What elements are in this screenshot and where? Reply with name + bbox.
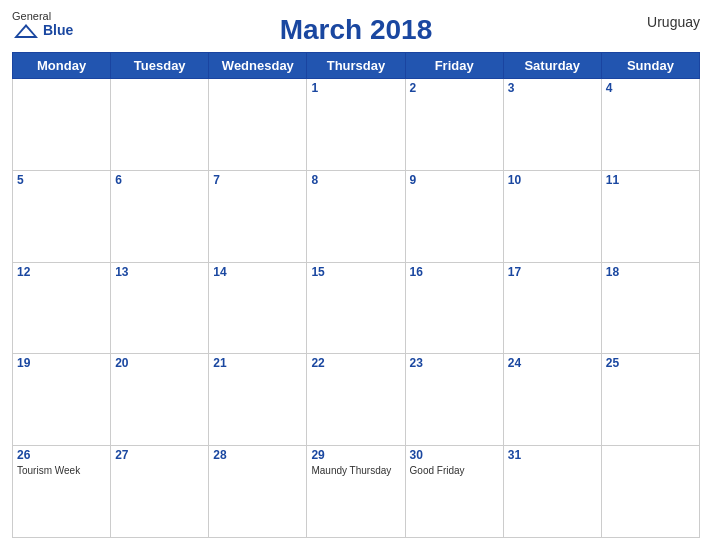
day-number: 10 [508,173,597,187]
cell-week5-day2: 27 [111,446,209,538]
week-row-4: 19202122232425 [13,354,700,446]
day-number: 13 [115,265,204,279]
day-number: 30 [410,448,499,462]
day-number: 29 [311,448,400,462]
calendar-container: General Blue March 2018 Uruguay Monday T… [0,0,712,550]
day-number: 2 [410,81,499,95]
header-monday: Monday [13,53,111,79]
cell-week5-day4: 29Maundy Thursday [307,446,405,538]
day-number: 26 [17,448,106,462]
cell-week4-day3: 21 [209,354,307,446]
header-wednesday: Wednesday [209,53,307,79]
cell-week2-day5: 9 [405,170,503,262]
cell-week4-day1: 19 [13,354,111,446]
day-number: 18 [606,265,695,279]
cell-week3-day7: 18 [601,262,699,354]
cell-week1-day7: 4 [601,79,699,171]
day-number: 23 [410,356,499,370]
day-number: 16 [410,265,499,279]
cell-week5-day6: 31 [503,446,601,538]
header-friday: Friday [405,53,503,79]
calendar-table: Monday Tuesday Wednesday Thursday Friday… [12,52,700,538]
header-thursday: Thursday [307,53,405,79]
logo-icon [12,22,40,40]
cell-week3-day4: 15 [307,262,405,354]
logo-general: General [12,10,73,22]
week-row-2: 567891011 [13,170,700,262]
day-number: 17 [508,265,597,279]
cell-week1-day4: 1 [307,79,405,171]
event-label: Tourism Week [17,464,106,477]
header-sunday: Sunday [601,53,699,79]
week-row-5: 26Tourism Week272829Maundy Thursday30Goo… [13,446,700,538]
cell-week5-day1: 26Tourism Week [13,446,111,538]
cell-week3-day3: 14 [209,262,307,354]
cell-week5-day3: 28 [209,446,307,538]
week-row-1: 1234 [13,79,700,171]
cell-week3-day5: 16 [405,262,503,354]
cell-week1-day2 [111,79,209,171]
header-tuesday: Tuesday [111,53,209,79]
cell-week4-day4: 22 [307,354,405,446]
cell-week4-day7: 25 [601,354,699,446]
day-number: 31 [508,448,597,462]
day-number: 24 [508,356,597,370]
day-number: 11 [606,173,695,187]
day-number: 12 [17,265,106,279]
cell-week2-day6: 10 [503,170,601,262]
cell-week1-day5: 2 [405,79,503,171]
day-number: 1 [311,81,400,95]
day-number: 14 [213,265,302,279]
cell-week1-day3 [209,79,307,171]
header-saturday: Saturday [503,53,601,79]
weekday-header-row: Monday Tuesday Wednesday Thursday Friday… [13,53,700,79]
cell-week1-day1 [13,79,111,171]
day-number: 7 [213,173,302,187]
day-number: 27 [115,448,204,462]
day-number: 19 [17,356,106,370]
cell-week5-day7 [601,446,699,538]
day-number: 5 [17,173,106,187]
day-number: 25 [606,356,695,370]
day-number: 3 [508,81,597,95]
cell-week2-day2: 6 [111,170,209,262]
week-row-3: 12131415161718 [13,262,700,354]
day-number: 22 [311,356,400,370]
day-number: 8 [311,173,400,187]
cell-week2-day4: 8 [307,170,405,262]
cell-week1-day6: 3 [503,79,601,171]
day-number: 9 [410,173,499,187]
cell-week4-day6: 24 [503,354,601,446]
day-number: 20 [115,356,204,370]
cell-week4-day2: 20 [111,354,209,446]
event-label: Maundy Thursday [311,464,400,477]
day-number: 21 [213,356,302,370]
event-label: Good Friday [410,464,499,477]
day-number: 15 [311,265,400,279]
day-number: 4 [606,81,695,95]
calendar-header: General Blue March 2018 Uruguay [12,10,700,46]
logo-blue: Blue [43,23,73,38]
day-number: 28 [213,448,302,462]
cell-week2-day3: 7 [209,170,307,262]
cell-week3-day6: 17 [503,262,601,354]
cell-week2-day7: 11 [601,170,699,262]
calendar-country: Uruguay [647,14,700,30]
cell-week3-day2: 13 [111,262,209,354]
cell-week5-day5: 30Good Friday [405,446,503,538]
logo: General Blue [12,10,73,40]
calendar-title: March 2018 [280,14,433,46]
day-number: 6 [115,173,204,187]
cell-week2-day1: 5 [13,170,111,262]
cell-week4-day5: 23 [405,354,503,446]
cell-week3-day1: 12 [13,262,111,354]
